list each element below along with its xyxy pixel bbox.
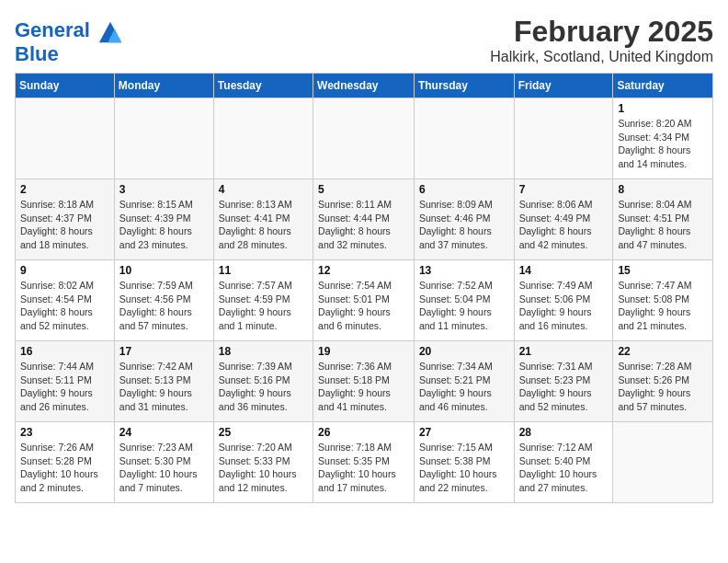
weekday-header-tuesday: Tuesday	[213, 74, 313, 98]
day-info: Sunrise: 7:34 AM Sunset: 5:21 PM Dayligh…	[419, 360, 509, 414]
calendar-cell: 6Sunrise: 8:09 AM Sunset: 4:46 PM Daylig…	[414, 179, 514, 260]
day-number: 7	[519, 183, 609, 196]
logo-text: General	[15, 18, 123, 44]
day-info: Sunrise: 7:15 AM Sunset: 5:38 PM Dayligh…	[419, 441, 509, 495]
calendar-cell: 10Sunrise: 7:59 AM Sunset: 4:56 PM Dayli…	[114, 260, 213, 341]
logo-blue: Blue	[15, 44, 123, 64]
calendar-cell: 15Sunrise: 7:47 AM Sunset: 5:08 PM Dayli…	[613, 260, 713, 341]
day-info: Sunrise: 7:52 AM Sunset: 5:04 PM Dayligh…	[419, 279, 509, 333]
calendar-cell: 7Sunrise: 8:06 AM Sunset: 4:49 PM Daylig…	[514, 179, 613, 260]
day-number: 17	[119, 345, 209, 358]
calendar-cell: 26Sunrise: 7:18 AM Sunset: 5:35 PM Dayli…	[313, 422, 415, 503]
day-info: Sunrise: 7:59 AM Sunset: 4:56 PM Dayligh…	[119, 279, 209, 333]
weekday-header-friday: Friday	[514, 74, 613, 98]
day-info: Sunrise: 7:31 AM Sunset: 5:23 PM Dayligh…	[519, 360, 609, 414]
day-info: Sunrise: 7:28 AM Sunset: 5:26 PM Dayligh…	[618, 360, 708, 414]
calendar-cell: 18Sunrise: 7:39 AM Sunset: 5:16 PM Dayli…	[213, 341, 313, 422]
day-number: 5	[318, 183, 409, 196]
day-number: 21	[519, 345, 609, 358]
day-info: Sunrise: 8:11 AM Sunset: 4:44 PM Dayligh…	[318, 198, 409, 252]
calendar-cell: 20Sunrise: 7:34 AM Sunset: 5:21 PM Dayli…	[414, 341, 514, 422]
calendar-cell: 16Sunrise: 7:44 AM Sunset: 5:11 PM Dayli…	[16, 341, 115, 422]
day-info: Sunrise: 7:57 AM Sunset: 4:59 PM Dayligh…	[219, 279, 308, 333]
calendar-cell: 22Sunrise: 7:28 AM Sunset: 5:26 PM Dayli…	[613, 341, 713, 422]
calendar-week-row: 9Sunrise: 8:02 AM Sunset: 4:54 PM Daylig…	[16, 260, 713, 341]
day-info: Sunrise: 7:54 AM Sunset: 5:01 PM Dayligh…	[318, 279, 409, 333]
day-info: Sunrise: 7:44 AM Sunset: 5:11 PM Dayligh…	[20, 360, 109, 414]
calendar-cell: 12Sunrise: 7:54 AM Sunset: 5:01 PM Dayli…	[313, 260, 415, 341]
day-info: Sunrise: 7:42 AM Sunset: 5:13 PM Dayligh…	[119, 360, 209, 414]
day-number: 1	[618, 102, 708, 115]
calendar-cell: 5Sunrise: 8:11 AM Sunset: 4:44 PM Daylig…	[313, 179, 415, 260]
day-number: 10	[119, 264, 209, 277]
calendar-cell	[213, 98, 313, 179]
day-info: Sunrise: 7:20 AM Sunset: 5:33 PM Dayligh…	[219, 441, 308, 495]
day-number: 11	[219, 264, 308, 277]
calendar-cell: 27Sunrise: 7:15 AM Sunset: 5:38 PM Dayli…	[414, 422, 514, 503]
day-info: Sunrise: 7:49 AM Sunset: 5:06 PM Dayligh…	[519, 279, 609, 333]
day-number: 16	[20, 345, 109, 358]
day-number: 12	[318, 264, 409, 277]
location-title: Halkirk, Scotland, United Kingdom	[490, 49, 713, 65]
logo: General Blue	[15, 18, 123, 64]
calendar-header-row: SundayMondayTuesdayWednesdayThursdayFrid…	[16, 74, 713, 98]
day-number: 2	[20, 183, 109, 196]
day-number: 27	[419, 426, 509, 439]
calendar-cell	[514, 98, 613, 179]
calendar-cell: 17Sunrise: 7:42 AM Sunset: 5:13 PM Dayli…	[114, 341, 213, 422]
calendar-cell	[114, 98, 213, 179]
calendar-week-row: 2Sunrise: 8:18 AM Sunset: 4:37 PM Daylig…	[16, 179, 713, 260]
day-number: 18	[219, 345, 308, 358]
day-info: Sunrise: 7:18 AM Sunset: 5:35 PM Dayligh…	[318, 441, 409, 495]
calendar-cell: 3Sunrise: 8:15 AM Sunset: 4:39 PM Daylig…	[114, 179, 213, 260]
calendar-cell: 13Sunrise: 7:52 AM Sunset: 5:04 PM Dayli…	[414, 260, 514, 341]
page-header: General Blue February 2025 Halkirk, Scot…	[15, 15, 713, 65]
day-number: 8	[618, 183, 708, 196]
weekday-header-wednesday: Wednesday	[313, 74, 415, 98]
day-number: 9	[20, 264, 109, 277]
calendar-table: SundayMondayTuesdayWednesdayThursdayFrid…	[15, 73, 713, 503]
day-number: 15	[618, 264, 708, 277]
calendar-cell: 19Sunrise: 7:36 AM Sunset: 5:18 PM Dayli…	[313, 341, 415, 422]
calendar-cell: 9Sunrise: 8:02 AM Sunset: 4:54 PM Daylig…	[16, 260, 115, 341]
calendar-cell	[16, 98, 115, 179]
calendar-cell	[313, 98, 415, 179]
day-info: Sunrise: 8:02 AM Sunset: 4:54 PM Dayligh…	[20, 279, 109, 333]
weekday-header-saturday: Saturday	[613, 74, 713, 98]
day-number: 14	[519, 264, 609, 277]
weekday-header-monday: Monday	[114, 74, 213, 98]
day-info: Sunrise: 7:36 AM Sunset: 5:18 PM Dayligh…	[318, 360, 409, 414]
day-info: Sunrise: 7:47 AM Sunset: 5:08 PM Dayligh…	[618, 279, 708, 333]
calendar-cell: 4Sunrise: 8:13 AM Sunset: 4:41 PM Daylig…	[213, 179, 313, 260]
day-number: 6	[419, 183, 509, 196]
calendar-cell: 25Sunrise: 7:20 AM Sunset: 5:33 PM Dayli…	[213, 422, 313, 503]
day-info: Sunrise: 7:39 AM Sunset: 5:16 PM Dayligh…	[219, 360, 308, 414]
calendar-cell	[613, 422, 713, 503]
day-info: Sunrise: 8:18 AM Sunset: 4:37 PM Dayligh…	[20, 198, 109, 252]
day-number: 28	[519, 426, 609, 439]
day-info: Sunrise: 8:13 AM Sunset: 4:41 PM Dayligh…	[219, 198, 308, 252]
calendar-cell	[414, 98, 514, 179]
day-number: 25	[219, 426, 308, 439]
day-info: Sunrise: 7:23 AM Sunset: 5:30 PM Dayligh…	[119, 441, 209, 495]
day-number: 22	[618, 345, 708, 358]
calendar-cell: 21Sunrise: 7:31 AM Sunset: 5:23 PM Dayli…	[514, 341, 613, 422]
calendar-cell: 1Sunrise: 8:20 AM Sunset: 4:34 PM Daylig…	[613, 98, 713, 179]
day-info: Sunrise: 8:06 AM Sunset: 4:49 PM Dayligh…	[519, 198, 609, 252]
day-number: 23	[20, 426, 109, 439]
calendar-cell: 24Sunrise: 7:23 AM Sunset: 5:30 PM Dayli…	[114, 422, 213, 503]
day-number: 3	[119, 183, 209, 196]
calendar-cell: 28Sunrise: 7:12 AM Sunset: 5:40 PM Dayli…	[514, 422, 613, 503]
day-info: Sunrise: 7:12 AM Sunset: 5:40 PM Dayligh…	[519, 441, 609, 495]
day-number: 19	[318, 345, 409, 358]
day-info: Sunrise: 8:09 AM Sunset: 4:46 PM Dayligh…	[419, 198, 509, 252]
calendar-cell: 8Sunrise: 8:04 AM Sunset: 4:51 PM Daylig…	[613, 179, 713, 260]
day-info: Sunrise: 8:20 AM Sunset: 4:34 PM Dayligh…	[618, 117, 708, 171]
day-number: 13	[419, 264, 509, 277]
calendar-week-row: 23Sunrise: 7:26 AM Sunset: 5:28 PM Dayli…	[16, 422, 713, 503]
day-number: 20	[419, 345, 509, 358]
day-info: Sunrise: 8:15 AM Sunset: 4:39 PM Dayligh…	[119, 198, 209, 252]
calendar-cell: 2Sunrise: 8:18 AM Sunset: 4:37 PM Daylig…	[16, 179, 115, 260]
day-number: 26	[318, 426, 409, 439]
calendar-cell: 23Sunrise: 7:26 AM Sunset: 5:28 PM Dayli…	[16, 422, 115, 503]
